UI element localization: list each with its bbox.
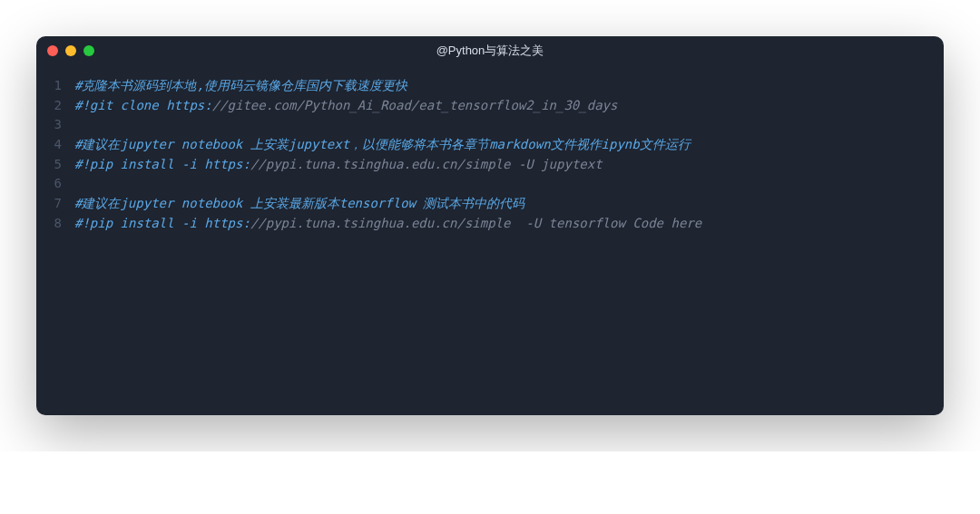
code-line: 8#!pip install -i https://pypi.tuna.tsin… — [36, 214, 944, 234]
code-token: //pypi.tuna.tsinghua.edu.cn/simple -U ju… — [250, 157, 603, 171]
maximize-icon[interactable] — [83, 45, 94, 56]
line-number: 5 — [36, 155, 74, 175]
code-token: #!pip install -i https: — [74, 157, 250, 171]
line-number: 2 — [36, 96, 74, 116]
close-icon[interactable] — [47, 45, 58, 56]
line-content: #建议在jupyter notebook 上安装最新版本tensorflow 测… — [74, 194, 944, 214]
code-token: //gitee.com/Python_Ai_Road/eat_tensorflo… — [212, 98, 618, 112]
line-number: 8 — [36, 214, 74, 234]
code-line: 7#建议在jupyter notebook 上安装最新版本tensorflow … — [36, 194, 944, 214]
titlebar: @Python与算法之美 — [36, 36, 944, 65]
line-content: #!pip install -i https://pypi.tuna.tsing… — [74, 155, 944, 175]
line-content: #建议在jupyter notebook 上安装jupytext，以便能够将本书… — [74, 135, 944, 155]
code-line: 2#!git clone https://gitee.com/Python_Ai… — [36, 96, 944, 116]
code-token: #建议在jupyter notebook 上安装jupytext，以便能够将本书… — [74, 137, 691, 151]
code-line: 1#克隆本书源码到本地,使用码云镜像仓库国内下载速度更快 — [36, 76, 944, 96]
line-content: #!git clone https://gitee.com/Python_Ai_… — [74, 96, 944, 116]
line-content: #!pip install -i https://pypi.tuna.tsing… — [74, 214, 944, 234]
terminal-window: @Python与算法之美 1#克隆本书源码到本地,使用码云镜像仓库国内下载速度更… — [36, 36, 944, 415]
traffic-lights — [47, 45, 94, 56]
line-number: 7 — [36, 194, 74, 214]
minimize-icon[interactable] — [65, 45, 76, 56]
line-content — [74, 174, 944, 194]
window-title: @Python与算法之美 — [436, 43, 544, 59]
line-number: 6 — [36, 174, 74, 194]
line-content: #克隆本书源码到本地,使用码云镜像仓库国内下载速度更快 — [74, 76, 944, 96]
code-area[interactable]: 1#克隆本书源码到本地,使用码云镜像仓库国内下载速度更快2#!git clone… — [36, 65, 944, 415]
line-content — [74, 115, 944, 135]
code-token: #!pip install -i https: — [74, 216, 250, 230]
line-number: 3 — [36, 115, 74, 135]
code-token: #!git clone https: — [74, 98, 212, 112]
line-number: 1 — [36, 76, 74, 96]
code-token: //pypi.tuna.tsinghua.edu.cn/simple -U te… — [250, 216, 701, 230]
code-line: 5#!pip install -i https://pypi.tuna.tsin… — [36, 155, 944, 175]
line-number: 4 — [36, 135, 74, 155]
code-token: #建议在jupyter notebook 上安装最新版本tensorflow 测… — [74, 196, 524, 210]
code-token: #克隆本书源码到本地,使用码云镜像仓库国内下载速度更快 — [74, 78, 407, 92]
code-line: 6 — [36, 174, 944, 194]
code-line: 4#建议在jupyter notebook 上安装jupytext，以便能够将本… — [36, 135, 944, 155]
code-line: 3 — [36, 115, 944, 135]
